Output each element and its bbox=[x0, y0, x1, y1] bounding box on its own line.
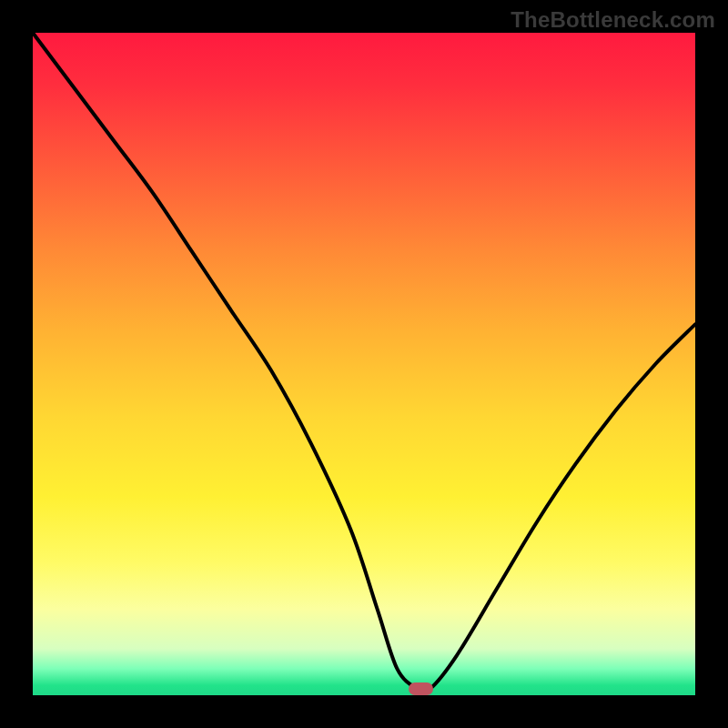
watermark-text: TheBottleneck.com bbox=[511, 7, 715, 33]
curve-path bbox=[33, 33, 695, 692]
optimum-marker bbox=[409, 682, 433, 695]
plot-area bbox=[33, 33, 695, 695]
bottleneck-curve bbox=[33, 33, 695, 695]
chart-frame: TheBottleneck.com bbox=[0, 0, 728, 728]
